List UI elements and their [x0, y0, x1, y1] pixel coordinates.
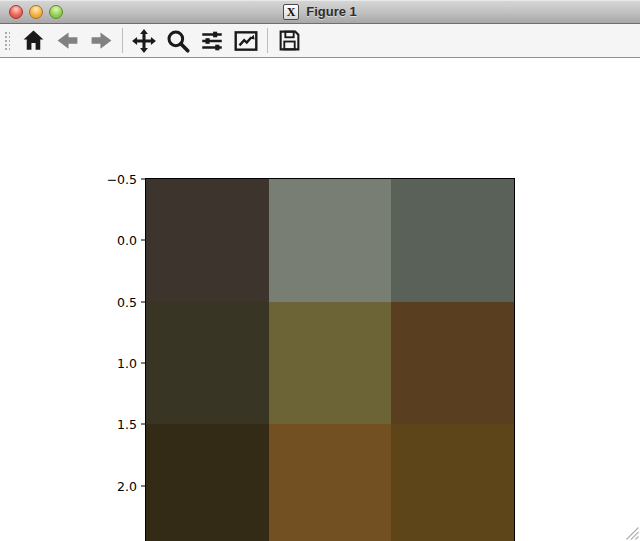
title-area: X Figure 1 [0, 0, 640, 23]
pan-button[interactable] [129, 27, 159, 55]
configure-subplots-button[interactable] [197, 27, 227, 55]
window-titlebar[interactable]: X Figure 1 [0, 0, 640, 24]
toolbar-drag-grip[interactable] [3, 30, 10, 52]
floppy-disk-icon [277, 28, 302, 53]
toolbar-separator [267, 28, 268, 53]
tick-label: −0.5 [107, 172, 137, 187]
figure-canvas: −0.50.00.51.01.52.02.5 −0.50.00.51.01.52… [0, 58, 640, 541]
back-button[interactable] [52, 27, 82, 55]
y-tick-marks [142, 179, 146, 541]
tick-label: 1.5 [117, 417, 137, 432]
heatmap-cell [146, 302, 269, 425]
home-icon [21, 28, 46, 53]
heatmap-cell [269, 179, 392, 302]
y-tick-labels: −0.50.00.51.01.52.02.5 [97, 179, 137, 541]
window-resize-grip[interactable] [623, 524, 639, 540]
tick-label: 1.0 [117, 356, 137, 371]
tick-mark [141, 301, 145, 302]
pan-arrows-icon [131, 28, 157, 54]
forward-arrow-icon [89, 28, 114, 53]
forward-button[interactable] [86, 27, 116, 55]
toolbar-separator [122, 28, 123, 53]
tick-label: 2.0 [117, 478, 137, 493]
magnifier-icon [165, 28, 191, 54]
heatmap-grid [146, 179, 514, 541]
customize-button[interactable] [231, 27, 261, 55]
tick-mark [141, 179, 145, 180]
heatmap-cell [146, 424, 269, 541]
axes-plot-area: −0.50.00.51.01.52.02.5 −0.50.00.51.01.52… [145, 178, 515, 541]
tick-mark [141, 424, 145, 425]
heatmap-cell [146, 179, 269, 302]
heatmap-cell [269, 302, 392, 425]
tick-mark [141, 240, 145, 241]
zoom-button[interactable] [163, 27, 193, 55]
heatmap-cell [391, 179, 514, 302]
heatmap-cell [391, 302, 514, 425]
tick-mark [141, 485, 145, 486]
sliders-icon [199, 28, 225, 54]
save-button[interactable] [274, 27, 304, 55]
back-arrow-icon [55, 28, 80, 53]
tick-label: 0.0 [117, 233, 137, 248]
window-title: Figure 1 [306, 4, 357, 19]
home-button[interactable] [18, 27, 48, 55]
x11-app-icon: X [283, 4, 299, 20]
matplotlib-toolbar [0, 24, 640, 58]
tick-mark [141, 363, 145, 364]
line-chart-icon [233, 28, 259, 54]
tick-label: 0.5 [117, 294, 137, 309]
heatmap-cell [391, 424, 514, 541]
heatmap-cell [269, 424, 392, 541]
